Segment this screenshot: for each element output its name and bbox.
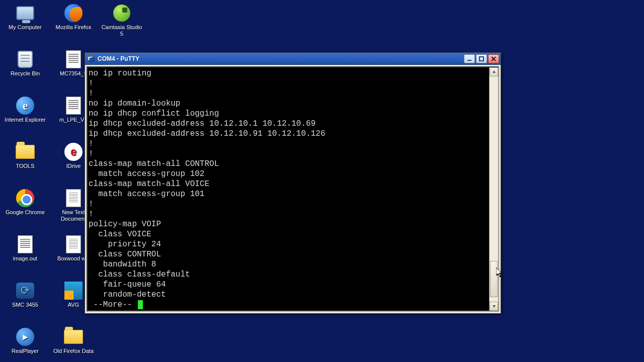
terminal-line: priority 24 (89, 239, 489, 249)
svg-marker-7 (493, 305, 496, 308)
scroll-up-button[interactable] (490, 67, 498, 76)
g-txt-glyph (63, 234, 84, 254)
g-txt-glyph (63, 188, 84, 208)
terminal-line: ! (89, 88, 489, 99)
g-folder-glyph (15, 142, 35, 162)
desktop-icon-label: Recycle Bin (11, 70, 40, 77)
g-idrive-glyph: e (63, 142, 84, 162)
terminal-line: no ip dhcp conflict logging (89, 109, 489, 119)
g-real-glyph (15, 327, 35, 347)
terminal-line: match access-group 101 (89, 189, 489, 199)
terminal-line: ! (89, 78, 489, 88)
desktop-icon-label: Camtasia Studio 5 (100, 24, 144, 37)
desktop-icon-label: My Computer (9, 24, 42, 31)
terminal-line: ip dhcp excluded-address 10.12.10.91 10.… (89, 129, 489, 139)
g-chrome-glyph (15, 188, 35, 208)
window-buttons (464, 54, 499, 63)
g-doc-glyph (15, 234, 35, 254)
terminal-line: random-detect (89, 290, 489, 300)
terminal-line: class CONTROL (89, 249, 489, 259)
titlebar[interactable]: COM4 - PuTTY (85, 53, 501, 65)
desktop-icon-label: TOOLS (16, 163, 34, 169)
terminal-line: no ip domain-lookup (89, 99, 489, 109)
desktop-icon-recycle-bin[interactable]: Recycle Bin (1, 48, 49, 95)
window-client-area: no ip routing!!no ip domain-lookupno ip … (85, 65, 501, 313)
desktop-icon-label: SMC 3455 (12, 302, 38, 308)
scroll-down-button[interactable] (490, 302, 498, 311)
terminal-frame: no ip routing!!no ip domain-lookupno ip … (87, 66, 499, 312)
g-ie-glyph (15, 96, 35, 116)
terminal-line: ! (89, 149, 489, 159)
terminal-line: ! (89, 199, 489, 209)
terminal-cursor (138, 300, 143, 309)
terminal-line: match access-group 102 (89, 169, 489, 179)
g-bin-glyph (15, 49, 35, 69)
desktop-icon-realplayer[interactable]: RealPlayer (1, 326, 49, 362)
g-cam-glyph (112, 3, 132, 23)
desktop-icon-label: image.out (13, 255, 37, 262)
desktop-icon-camtasia-studio-5[interactable]: Camtasia Studio 5 (98, 2, 146, 48)
desktop-icon-label: RealPlayer (12, 348, 39, 354)
terminal-line: ! (89, 139, 489, 149)
g-folder-glyph (63, 327, 84, 347)
terminal-line: policy-map VOIP (89, 219, 489, 229)
more-prompt: --More-- (89, 300, 489, 310)
scroll-track[interactable] (490, 76, 498, 302)
desktop-icon-tools[interactable]: TOOLS (1, 141, 49, 187)
desktop-icon-google-chrome[interactable]: Google Chrome (1, 187, 49, 233)
terminal-line: bandwidth 8 (89, 259, 489, 269)
desktop-icon-old-firefox-data[interactable]: Old Firefox Data (49, 326, 98, 362)
svg-marker-6 (493, 70, 496, 73)
putty-icon (87, 55, 95, 63)
desktop-icon-my-computer[interactable]: My Computer (1, 2, 49, 48)
svg-rect-1 (90, 58, 94, 61)
terminal-line: ! (89, 209, 489, 219)
g-monitor-glyph (15, 3, 35, 23)
desktop-icon-label: m_LPE_VZ (59, 117, 88, 123)
desktop-icon-label: Old Firefox Data (53, 348, 94, 354)
g-doc-glyph (63, 49, 84, 69)
desktop-icon-label: IDrive (66, 163, 81, 169)
desktop-icon-label: Mozilla Firefox (56, 24, 92, 31)
terminal-line: class-map match-all VOICE (89, 179, 489, 189)
g-ff-glyph (63, 3, 84, 23)
scroll-thumb[interactable] (490, 261, 498, 297)
desktop-icon-label: Google Chrome (6, 209, 45, 216)
scrollbar-vertical[interactable] (489, 67, 498, 311)
svg-rect-3 (479, 57, 484, 61)
desktop-icon-image-out[interactable]: image.out (1, 233, 49, 280)
close-button[interactable] (488, 54, 499, 63)
desktop-icon-label: MC7354_5 (60, 70, 87, 77)
minimize-button[interactable] (464, 54, 475, 63)
g-smc-glyph (15, 281, 35, 301)
terminal-line: ip dhcp excluded-address 10.12.10.1 10.1… (89, 119, 489, 129)
desktop-icon-smc-3455[interactable]: SMC 3455 (1, 280, 49, 326)
terminal-line: class class-default (89, 269, 489, 280)
terminal-line: no ip routing (89, 68, 489, 78)
maximize-button[interactable] (476, 54, 487, 63)
desktop-icon-label: Internet Explorer (5, 117, 45, 123)
g-doc-glyph (63, 96, 84, 116)
window-title: COM4 - PuTTY (98, 55, 464, 62)
terminal[interactable]: no ip routing!!no ip domain-lookupno ip … (88, 67, 489, 311)
terminal-line: fair-queue 64 (89, 280, 489, 290)
desktop[interactable]: My ComputerMozilla FirefoxCamtasia Studi… (0, 0, 644, 362)
desktop-icon-mozilla-firefox[interactable]: Mozilla Firefox (49, 2, 98, 48)
terminal-line: class-map match-all CONTROL (89, 159, 489, 169)
desktop-icon-internet-explorer[interactable]: Internet Explorer (1, 95, 49, 141)
terminal-line: class VOICE (89, 229, 489, 239)
putty-window[interactable]: COM4 - PuTTY no ip routing!!no ip domain… (85, 52, 501, 314)
desktop-icon-label: AVG (68, 302, 79, 308)
g-avg-glyph (63, 281, 84, 301)
